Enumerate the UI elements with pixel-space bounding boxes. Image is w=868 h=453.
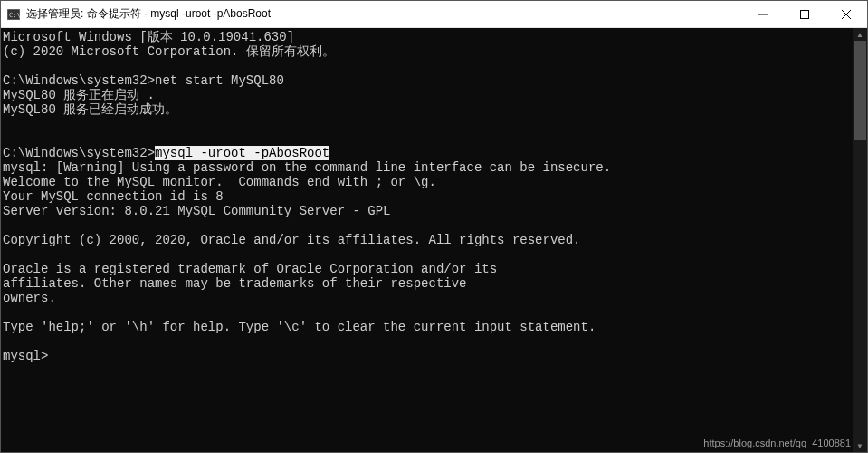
terminal-line: C:\Windows\system32>mysql -uroot -pAbosR…	[3, 146, 853, 160]
svg-text:C:\: C:\	[9, 12, 20, 19]
terminal-line: mysql>	[3, 349, 853, 363]
terminal-line	[3, 59, 853, 73]
svg-rect-3	[801, 10, 809, 18]
terminal-area: Microsoft Windows [版本 10.0.19041.630](c)…	[1, 28, 867, 452]
terminal-line	[3, 247, 853, 262]
close-button[interactable]	[825, 1, 867, 27]
terminal-line: Type 'help;' or '\h' for help. Type '\c'…	[3, 320, 853, 334]
terminal-line: Copyright (c) 2000, 2020, Oracle and/or …	[3, 233, 853, 247]
terminal-line: affiliates. Other names may be trademark…	[3, 276, 853, 291]
terminal-line: Welcome to the MySQL monitor. Commands e…	[3, 175, 853, 189]
cmd-icon: C:\	[6, 7, 21, 22]
terminal-line	[3, 305, 853, 320]
highlighted-command: mysql -uroot -pAbosRoot	[155, 146, 329, 160]
scroll-thumb[interactable]	[854, 41, 866, 140]
terminal-line	[3, 131, 853, 146]
terminal-line	[3, 218, 853, 233]
terminal-output[interactable]: Microsoft Windows [版本 10.0.19041.630](c)…	[1, 28, 853, 452]
terminal-line: Server version: 8.0.21 MySQL Community S…	[3, 204, 853, 218]
terminal-line	[3, 334, 853, 349]
terminal-line: Microsoft Windows [版本 10.0.19041.630]	[3, 30, 853, 44]
scroll-down-icon[interactable]: ▼	[853, 439, 867, 452]
window-controls	[742, 1, 867, 27]
terminal-line: Your MySQL connection id is 8	[3, 189, 853, 204]
terminal-line: (c) 2020 Microsoft Corporation. 保留所有权利。	[3, 44, 853, 59]
terminal-line: C:\Windows\system32>net start MySQL80	[3, 73, 853, 88]
terminal-line	[3, 117, 853, 131]
cmd-window: C:\ 选择管理员: 命令提示符 - mysql -uroot -pAbosRo…	[0, 0, 868, 453]
titlebar[interactable]: C:\ 选择管理员: 命令提示符 - mysql -uroot -pAbosRo…	[1, 1, 867, 28]
window-title: 选择管理员: 命令提示符 - mysql -uroot -pAbosRoot	[26, 6, 742, 22]
terminal-line: MySQL80 服务正在启动 .	[3, 88, 853, 102]
terminal-line: owners.	[3, 291, 853, 305]
terminal-line: mysql: [Warning] Using a password on the…	[3, 160, 853, 175]
terminal-line: MySQL80 服务已经启动成功。	[3, 102, 853, 117]
scroll-up-icon[interactable]: ▲	[853, 28, 867, 41]
terminal-line: Oracle is a registered trademark of Orac…	[3, 262, 853, 276]
maximize-button[interactable]	[784, 1, 825, 27]
scrollbar[interactable]: ▲ ▼	[853, 28, 867, 452]
minimize-button[interactable]	[742, 1, 784, 27]
